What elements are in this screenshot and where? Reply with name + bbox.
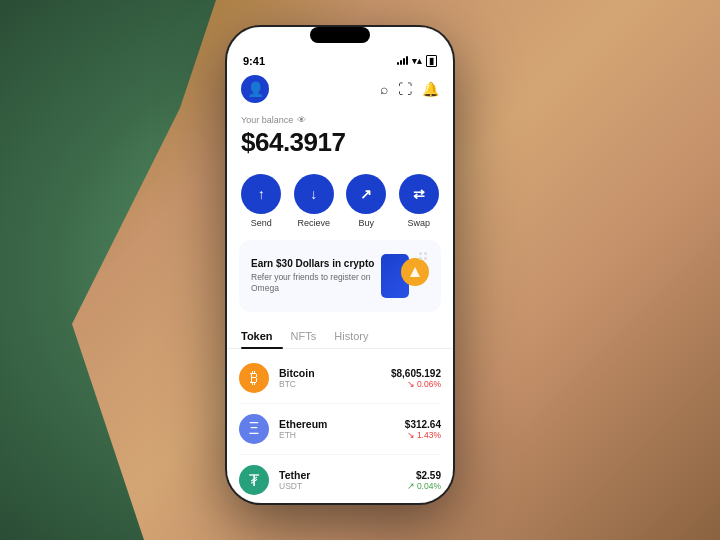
- eth-icon: Ξ: [239, 414, 269, 444]
- btc-price: $8,605.192 0.06%: [391, 368, 441, 389]
- usdt-symbol: USDT: [279, 481, 397, 491]
- usdt-info: Tether USDT: [279, 469, 397, 491]
- usdt-price: $2.59 0.04%: [407, 470, 441, 491]
- eye-icon[interactable]: 👁: [297, 115, 306, 125]
- promo-description: Refer your friends to register on Omega: [251, 272, 377, 294]
- eth-change: 1.43%: [405, 430, 441, 440]
- btc-symbol: BTC: [279, 379, 381, 389]
- btc-change: 0.06%: [391, 379, 441, 389]
- phone-screen: 9:41 ▾▴ ▮ 👤 ⌕ ⛶ 🔔: [227, 27, 453, 503]
- send-icon: ↑: [258, 186, 265, 202]
- search-icon[interactable]: ⌕: [380, 81, 388, 97]
- eth-info: Ethereum ETH: [279, 418, 395, 440]
- receive-circle: ↓: [294, 174, 334, 214]
- send-action[interactable]: ↑ Send: [241, 174, 281, 228]
- buy-icon: ↗: [360, 186, 372, 202]
- svg-marker-0: [410, 267, 420, 277]
- buy-circle: ↗: [346, 174, 386, 214]
- usdt-name: Tether: [279, 469, 397, 481]
- swap-action[interactable]: ⇄ Swap: [399, 174, 439, 228]
- promo-graphic: [377, 250, 429, 302]
- btc-name: Bitcoin: [279, 367, 381, 379]
- eth-name: Ethereum: [279, 418, 395, 430]
- receive-label: Recieve: [297, 218, 330, 228]
- avatar-icon: 👤: [247, 81, 264, 97]
- wifi-icon: ▾▴: [412, 56, 422, 66]
- eth-value: $312.64: [405, 419, 441, 430]
- balance-amount: $64.3917: [241, 127, 439, 158]
- usdt-value: $2.59: [407, 470, 441, 481]
- tab-token[interactable]: Token: [241, 324, 283, 348]
- battery-icon: ▮: [426, 55, 437, 67]
- header-icons: ⌕ ⛶ 🔔: [380, 81, 439, 97]
- promo-text: Earn $30 Dollars in crypto Refer your fr…: [251, 258, 377, 294]
- promo-card[interactable]: Earn $30 Dollars in crypto Refer your fr…: [239, 240, 441, 312]
- btc-info: Bitcoin BTC: [279, 367, 381, 389]
- swap-circle: ⇄: [399, 174, 439, 214]
- expand-icon[interactable]: ⛶: [398, 81, 412, 97]
- balance-label: Your balance 👁: [241, 115, 439, 125]
- balance-section: Your balance 👁 $64.3917: [227, 111, 453, 170]
- dynamic-island: [310, 27, 370, 43]
- eth-symbol: ETH: [279, 430, 395, 440]
- send-circle: ↑: [241, 174, 281, 214]
- btc-icon: ₿: [239, 363, 269, 393]
- swap-label: Swap: [407, 218, 430, 228]
- send-label: Send: [251, 218, 272, 228]
- bell-icon[interactable]: 🔔: [422, 81, 439, 97]
- receive-action[interactable]: ↓ Recieve: [294, 174, 334, 228]
- phone-frame: 9:41 ▾▴ ▮ 👤 ⌕ ⛶ 🔔: [225, 25, 455, 505]
- status-icons: ▾▴ ▮: [397, 55, 437, 67]
- btc-value: $8,605.192: [391, 368, 441, 379]
- promo-title: Earn $30 Dollars in crypto: [251, 258, 377, 269]
- token-item-usdt[interactable]: ₮ Tether USDT $2.59 0.04%: [239, 455, 441, 503]
- signal-icon: [397, 57, 408, 65]
- swap-icon: ⇄: [413, 186, 425, 202]
- buy-label: Buy: [358, 218, 374, 228]
- eth-price: $312.64 1.43%: [405, 419, 441, 440]
- tabs-row: Token NFTs History: [227, 324, 453, 349]
- usdt-icon: ₮: [239, 465, 269, 495]
- tab-nfts[interactable]: NFTs: [291, 324, 327, 348]
- avatar-button[interactable]: 👤: [241, 75, 269, 103]
- promo-logo: [401, 258, 429, 286]
- buy-action[interactable]: ↗ Buy: [346, 174, 386, 228]
- status-time: 9:41: [243, 55, 265, 67]
- promo-dots: [419, 252, 427, 260]
- app-header: 👤 ⌕ ⛶ 🔔: [227, 71, 453, 111]
- receive-icon: ↓: [310, 186, 317, 202]
- tab-history[interactable]: History: [334, 324, 378, 348]
- token-item-eth[interactable]: Ξ Ethereum ETH $312.64 1.43%: [239, 404, 441, 455]
- status-bar: 9:41 ▾▴ ▮: [227, 47, 453, 71]
- token-item-btc[interactable]: ₿ Bitcoin BTC $8,605.192 0.06%: [239, 353, 441, 404]
- usdt-change: 0.04%: [407, 481, 441, 491]
- actions-row: ↑ Send ↓ Recieve ↗ Buy ⇄ Swap: [227, 170, 453, 240]
- token-list: ₿ Bitcoin BTC $8,605.192 0.06% Ξ Ethereu…: [227, 353, 453, 503]
